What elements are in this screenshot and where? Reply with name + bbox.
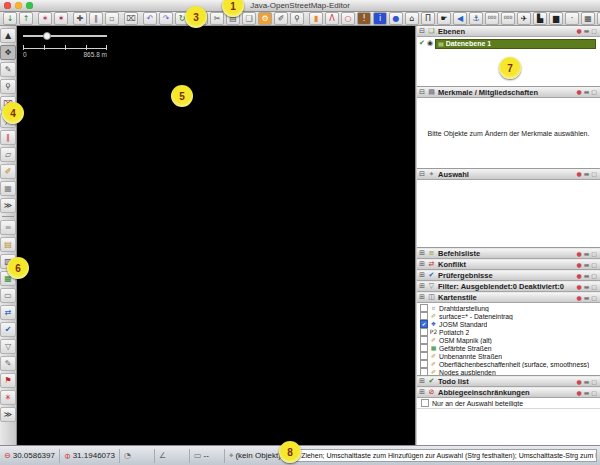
mapstyle-checkbox[interactable] [420,304,428,312]
sticky-button[interactable]: ● [576,390,581,396]
only-selection-checkbox[interactable] [421,399,429,407]
select-tool-button[interactable]: ✥ [0,45,16,60]
selection-panel-toggle[interactable]: ▭ [0,288,16,303]
detach-button[interactable]: ▢ [591,379,597,385]
stick-pin-button[interactable]: ▬ [584,284,590,290]
mapstyle-row[interactable]: ✐Unbenannte Straßen [417,352,600,360]
stick-pin-button[interactable]: ▬ [584,28,590,34]
detach-button[interactable]: ▢ [591,273,597,279]
sticky-button[interactable]: ● [576,251,581,257]
zoom-window-button[interactable] [26,2,33,9]
filter-panel-toggle[interactable]: ▽ [0,339,16,354]
preset-skyline-button[interactable]: ▆ [549,12,563,25]
unglue-tool-button[interactable]: ▦ [0,181,16,196]
preset-airplane-button[interactable]: ✈ [517,12,531,25]
stick-pin-button[interactable]: ▬ [584,262,590,268]
layer-row[interactable]: ✔ ◉ ▤ Datenebene 1 [417,37,600,49]
expand-icon[interactable]: ⊞ [417,283,427,290]
draw-node-tool-button[interactable]: ✎ [0,62,16,77]
zoom-slider-knob[interactable] [43,32,51,40]
preset-circle-button[interactable]: ○ [341,12,355,25]
detach-button[interactable]: ▢ [591,390,597,396]
undo-button[interactable]: ↶ [143,12,157,25]
upload-data-button[interactable]: ↑ [19,12,33,25]
notes-panel-toggle[interactable]: ⚑ [0,373,16,388]
map-canvas[interactable]: 0 865.8 m [17,26,415,445]
selection-list[interactable] [417,180,600,247]
detach-button[interactable]: ▢ [591,251,597,257]
detach-button[interactable]: ▢ [591,284,597,290]
changeset-panel-toggle[interactable]: ≫ [0,407,16,422]
expand-icon[interactable]: ⊞ [417,272,427,279]
mapstyle-checkbox[interactable] [420,368,428,376]
mapstyle-row[interactable]: ✐Oberflächenbeschaffenheit (surface, smo… [417,360,600,368]
preset-hand-button[interactable]: ☛ [437,12,451,25]
redo-button[interactable]: ↷ [159,12,173,25]
zoom-slider[interactable] [23,32,107,40]
sticky-button[interactable]: ● [576,379,581,385]
align-nodes-button[interactable]: ∥ [89,12,103,25]
close-window-button[interactable] [4,2,11,9]
stick-pin-button[interactable]: ▬ [584,390,590,396]
preset-info-button[interactable]: i [373,12,387,25]
expand-icon[interactable]: ⊞ [417,250,427,257]
preset-digits-button[interactable]: 000 [485,12,499,25]
expand-icon[interactable]: ⊞ [417,389,427,396]
mapstyle-row[interactable]: ✔❖JOSM Standard [417,320,600,328]
tags-panel-header[interactable]: ⊟ ▤ Merkmale / Mitgliedschaften ●▬▢ [417,87,600,98]
mapstyle-checkbox[interactable] [420,328,428,336]
preset-pi-button[interactable]: Π [421,12,435,25]
collapse-icon[interactable]: ⊟ [417,28,427,35]
relations-panel-toggle[interactable]: ⇄ [0,305,16,320]
sticky-button[interactable]: ● [576,262,581,268]
selected-layer-bar[interactable]: ▤ Datenebene 1 [435,39,596,49]
filter-panel-header[interactable]: ⊞▽Filter: Ausgeblendet:0 Deaktiviert:0●▬… [417,281,600,292]
download-notes-button[interactable]: ✶ [38,12,52,25]
mapstyle-row[interactable]: ✐surface=* - Dateneintrag [417,312,600,320]
stick-pin-button[interactable]: ▬ [584,295,590,301]
conflict-panel-header[interactable]: ⊞⇄Konflikt●▬▢ [417,259,600,270]
sticky-button[interactable]: ● [576,28,581,34]
sticky-button[interactable]: ● [576,284,581,290]
mapstyle-checkbox[interactable] [420,352,428,360]
preferences-button[interactable]: ⚙ [258,12,272,25]
orthogonalize-button[interactable]: ▫ [105,12,119,25]
validation-results-panel-header[interactable]: ⊞✔Prüfergebnisse●▬▢ [417,270,600,281]
stick-pin-button[interactable]: ▬ [584,251,590,257]
commandline-panel-toggle[interactable]: ✎ [0,356,16,371]
mapstyle-row[interactable]: P2Potlatch 2 [417,328,600,336]
preset-warning-button[interactable]: ! [357,12,371,25]
zoom-tool-button[interactable]: ⚲ [0,79,16,94]
scroll-up-button[interactable]: ▲ [0,28,16,43]
validator-panel-toggle[interactable]: ✔ [0,322,16,337]
duplicate-button[interactable]: ❑ [242,12,256,25]
sticky-button[interactable]: ● [576,273,581,279]
extrude-tool-button[interactable]: ▱ [0,147,16,162]
collapse-icon[interactable]: ⊟ [417,171,427,178]
layers-panel-toggle[interactable]: ≡ [0,220,16,235]
preset-chart-button[interactable]: ▙ [533,12,547,25]
preset-ship-button[interactable]: ⚓ [469,12,483,25]
detach-button[interactable]: ▢ [591,262,597,268]
stick-pin-button[interactable]: ▬ [584,273,590,279]
detach-button[interactable]: ▢ [591,171,597,177]
expand-icon[interactable]: ⊞ [417,378,427,385]
detach-button[interactable]: ▢ [591,28,597,34]
cut-button[interactable]: ✂ [210,12,224,25]
download-panel-toggle[interactable]: ▤ [0,237,16,252]
mapstyle-checkbox[interactable] [420,312,428,320]
layer-visible-check-icon[interactable]: ✔ [419,40,427,47]
mapstyle-checkbox[interactable] [420,336,428,344]
conflict-panel-toggle[interactable]: ✳ [0,390,16,405]
preset-flag-button[interactable]: ▦ [581,12,595,25]
turn-restrictions-panel-header[interactable]: ⊞⊘Abbiegeeinschränkungen●▬▢ [417,387,600,398]
delete-button[interactable]: ⌧ [124,12,138,25]
stick-pin-button[interactable]: ▬ [584,171,590,177]
layer-eye-icon[interactable]: ◉ [427,40,435,47]
selection-panel-header[interactable]: ⊟ ⌖ Auswahl ●▬▢ [417,169,600,180]
sticky-button[interactable]: ● [576,295,581,301]
todo-list-panel-header[interactable]: ⊞✔Todo list●▬▢ [417,376,600,387]
merge-nodes-button[interactable]: ✚ [73,12,87,25]
expand-icon[interactable]: ⊞ [417,294,427,301]
collapse-icon[interactable]: ⊟ [417,89,427,96]
